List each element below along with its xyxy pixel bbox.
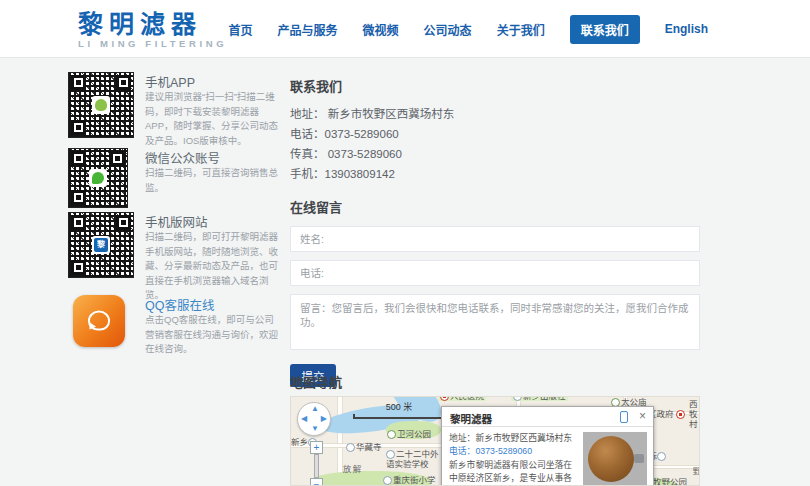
message-textarea[interactable] <box>290 294 700 350</box>
qq-service-desc: 点击QQ客服在线，即可与公司营销客服在线沟通与询价，欢迎在线咨询。 <box>145 313 280 357</box>
wechat-qr-code <box>68 148 128 208</box>
pan-left-icon[interactable]: ◀ <box>301 415 307 423</box>
nav-english[interactable]: English <box>665 22 708 36</box>
contact-section: 联系我们 地址： 新乡市牧野区西冀场村东 电话：0373-5289060 传真：… <box>290 76 700 184</box>
qr-finder-icon <box>116 215 131 230</box>
popup-description: 新乡市黎明滤器有限公司坐落在中原经济区新乡，是专业从事各类过滤器、滤芯、滤材等产… <box>449 459 577 486</box>
app-desc: 建议用浏览器“扫一扫”扫描二维码，即时下载安装黎明滤器APP，随时掌握、分享公司… <box>145 90 280 148</box>
qq-service-icon[interactable] <box>73 295 125 347</box>
gov-marker-icon <box>676 410 685 419</box>
map-zoom-slider[interactable]: + − <box>310 441 323 486</box>
qr-finder-icon <box>110 151 125 166</box>
sidebar-item-qq: QQ客服在线 点击QQ客服在线，即可与公司营销客服在线沟通与询价，欢迎在线咨询。 <box>68 295 280 347</box>
contact-fax: 传真： 0373-5289060 <box>290 144 700 164</box>
map-label-ximucun: 西牧村 <box>689 399 699 429</box>
logo-subtitle: LI MING FILTERING <box>78 38 227 49</box>
qr-finder-icon <box>71 151 86 166</box>
map-scale-label: 500 米 <box>353 400 445 413</box>
qr-finder-icon <box>71 215 86 230</box>
map-heading-wrap: 地图导航 <box>290 372 700 391</box>
message-form-heading: 在线留言 <box>290 197 700 216</box>
popup-body: 地址：新乡市牧野区西冀场村东 电话：0373-5289060 新乡市黎明滤器有限… <box>442 427 653 486</box>
contact-phone: 电话：0373-5289060 <box>290 124 700 144</box>
popup-phone-number[interactable]: 电话：0373-5289060 <box>449 445 577 458</box>
map-label: 新乡出版社 <box>511 396 568 401</box>
filter-product-image <box>588 436 634 482</box>
map-label-jiefang-road: 解放 <box>341 465 361 485</box>
map-label-huazang: 华藏寺 <box>346 442 382 452</box>
poi-icon <box>513 396 522 401</box>
qr-finder-icon <box>71 260 86 275</box>
sidebar-item-mobile-site: 黎 手机版网站 扫描二维码，即可打开黎明滤器手机版网站，随时随地浏览、收藏、分享… <box>68 212 280 278</box>
product-clip <box>634 454 644 463</box>
map-label-chongqing-school: 重庆街小学 <box>383 475 436 485</box>
sidebar-item-app: 手机APP 建议用浏览器“扫一扫”扫描二维码，即时下载安装黎明滤器APP，随时掌… <box>68 72 280 138</box>
map-heading: 地图导航 <box>290 372 700 391</box>
park-icon <box>387 430 396 439</box>
main-nav: 首页 产品与服务 微视频 公司动态 关于我们 联系我们 English <box>229 0 708 58</box>
bank-icon <box>657 452 666 461</box>
pan-down-icon[interactable]: ▼ <box>311 425 319 433</box>
nav-about[interactable]: 关于我们 <box>497 21 545 38</box>
popup-titlebar: 黎明滤器 × <box>442 407 653 427</box>
school-icon <box>383 476 392 485</box>
nav-contact-active[interactable]: 联系我们 <box>570 15 640 44</box>
nav-news[interactable]: 公司动态 <box>424 21 472 38</box>
map-pan-control[interactable]: ▲ ▼ ◀ ▶ <box>297 402 331 436</box>
zoom-out-button[interactable]: − <box>310 478 323 486</box>
app-title: 手机APP <box>145 72 195 91</box>
chat-bubble-icon <box>88 311 110 331</box>
wechat-icon <box>89 169 107 187</box>
contact-heading: 联系我们 <box>290 76 700 95</box>
nav-video[interactable]: 微视频 <box>363 21 399 38</box>
wechat-desc: 扫描二维码，可直接咨询销售总监。 <box>145 166 280 195</box>
qr-finder-icon <box>116 75 131 90</box>
mobile-site-qr-code: 黎 <box>68 212 134 278</box>
qr-finder-icon <box>71 120 86 135</box>
map-label-weihe-park: 卫河公园 <box>387 429 431 439</box>
android-icon <box>92 96 110 114</box>
logo-title: 黎明滤器 <box>78 11 227 37</box>
map-scale: 500 米 <box>353 400 445 419</box>
liming-logo-icon: 黎 <box>92 236 110 254</box>
contact-address: 地址： 新乡市牧野区西冀场村东 <box>290 104 700 124</box>
map-canvas[interactable]: ▲ ▼ ◀ ▶ + − 500 米 人民医院 新乡出版社 卫河公园 华藏寺 二十… <box>290 396 700 486</box>
header: 黎明滤器 LI MING FILTERING 首页 产品与服务 微视频 公司动态… <box>0 0 810 58</box>
wechat-title: 微信公众账号 <box>145 148 220 167</box>
mobile-phone-icon[interactable] <box>620 411 628 423</box>
map-info-popup: 黎明滤器 × 地址：新乡市牧野区西冀场村东 电话：0373-5289060 新乡… <box>441 406 654 486</box>
popup-address: 地址：新乡市牧野区西冀场村东 <box>449 432 577 445</box>
map-label-school: 二十二中外 语实验学校 <box>386 449 439 469</box>
pan-up-icon[interactable]: ▲ <box>311 405 319 413</box>
contact-mobile: 手机：13903809142 <box>290 164 700 184</box>
nav-products[interactable]: 产品与服务 <box>278 21 338 38</box>
pan-right-icon[interactable]: ▶ <box>321 415 327 423</box>
poi-icon <box>346 443 355 452</box>
nav-home[interactable]: 首页 <box>229 21 253 38</box>
qq-service-link[interactable]: QQ客服在线 <box>145 295 214 314</box>
name-input[interactable] <box>290 226 700 252</box>
school-icon <box>386 450 395 459</box>
logo[interactable]: 黎明滤器 LI MING FILTERING <box>78 11 227 49</box>
mobile-site-title: 手机版网站 <box>145 212 208 231</box>
qr-finder-icon <box>71 190 86 205</box>
close-icon[interactable]: × <box>639 409 646 423</box>
product-photo <box>583 432 647 486</box>
mobile-site-desc: 扫描二维码，即可打开黎明滤器手机版网站，随时随地浏览、收藏、分享最新动态及产品，… <box>145 230 280 303</box>
sidebar-item-wechat: 微信公众账号 扫描二维码，可直接咨询销售总监。 <box>68 148 280 208</box>
map-scale-bar <box>353 414 445 419</box>
map-label: 人民医院 <box>438 396 486 401</box>
zoom-track[interactable] <box>314 454 319 478</box>
zoom-in-button[interactable]: + <box>310 441 323 454</box>
qr-finder-icon <box>71 75 86 90</box>
popup-title: 黎明滤器 <box>450 411 492 426</box>
phone-input[interactable] <box>290 260 700 286</box>
message-form-section: 在线留言 提交 <box>290 197 700 387</box>
app-qr-code <box>68 72 134 138</box>
map-label-muye-river: 牧野 <box>691 467 700 485</box>
